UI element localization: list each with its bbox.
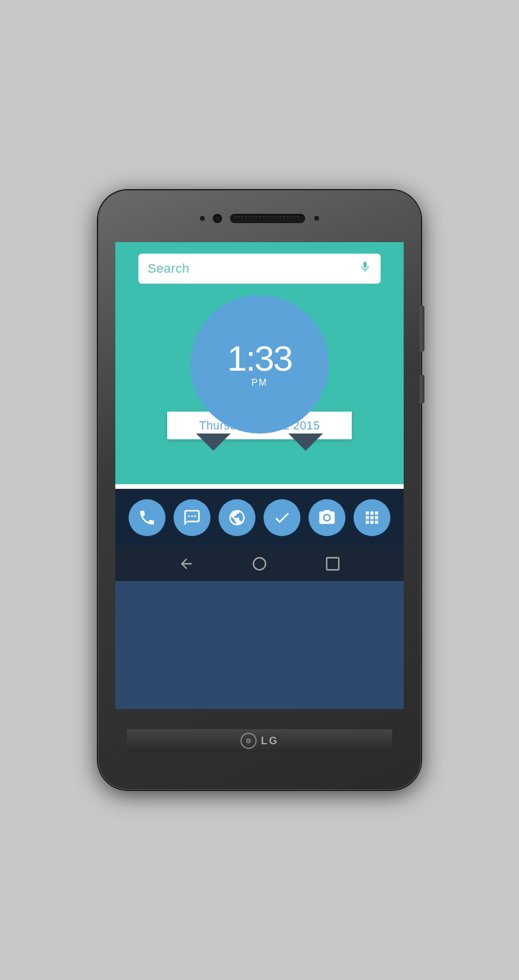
back-button[interactable] [176,553,197,574]
volume-button[interactable] [420,306,424,352]
lg-circle-logo: ⊙ [240,733,257,749]
triangle-decoration-right [288,434,323,451]
clock-widget: 1:33 PM Thursday, April 2 2015 [190,295,329,434]
sensor-dot-left [200,216,205,221]
dock-tasks-icon[interactable] [264,499,300,536]
home-button[interactable] [249,553,270,574]
bottom-bezel: ⊙ LG [98,709,421,772]
svg-point-0 [325,515,330,521]
clock-time: 1:33 [227,341,292,376]
screen-separator [115,484,404,489]
lg-brand-strip: ⊙ LG [127,729,392,752]
phone-screen: Search 1:33 PM Thursday, April 2 2015 [115,242,404,709]
clock-circle: 1:33 PM [190,295,329,434]
search-placeholder: Search [148,261,190,276]
svg-point-1 [253,558,265,570]
sensors-area [200,214,319,223]
widget-area: Search 1:33 PM Thursday, April 2 2015 [115,242,404,484]
earpiece-speaker [230,214,305,223]
search-bar[interactable]: Search [138,254,381,284]
top-bezel [98,190,421,242]
dock-camera-icon[interactable] [309,499,345,536]
lg-circle-text: ⊙ [246,737,251,745]
power-button[interactable] [420,375,424,404]
app-dock [115,489,404,546]
dock-browser-icon[interactable] [219,499,255,536]
svg-rect-2 [326,558,339,570]
front-camera [214,215,221,222]
clock-ampm: PM [251,378,268,388]
sensor-dot-right [314,216,319,221]
lg-brand-text: LG [261,735,279,747]
microphone-icon[interactable] [359,261,371,277]
dock-phone-icon[interactable] [129,499,166,536]
dock-apps-icon[interactable] [353,499,390,536]
triangle-decoration-left [196,434,231,451]
clock-triangles [190,434,329,451]
navigation-bar [115,546,404,581]
dock-messaging-icon[interactable] [174,499,210,536]
recents-button[interactable] [322,553,343,574]
phone-device: Search 1:33 PM Thursday, April 2 2015 [98,190,421,790]
